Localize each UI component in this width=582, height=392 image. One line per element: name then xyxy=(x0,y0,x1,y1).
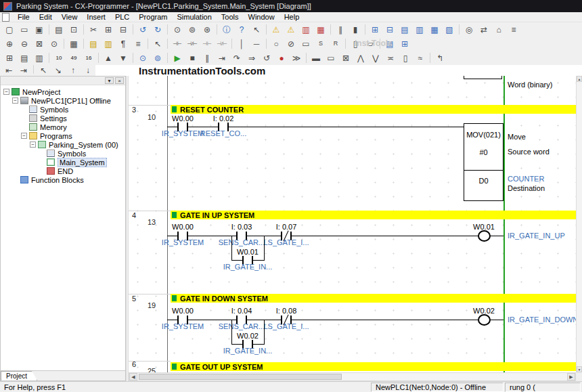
vertical-line-button[interactable]: │ xyxy=(234,37,249,51)
output-coil[interactable] xyxy=(478,314,491,326)
instruction-box-button[interactable]: ▭ xyxy=(298,37,313,51)
collapse-icon[interactable]: − xyxy=(3,89,9,95)
contact-or-nc-button[interactable]: ⊣/⊢ xyxy=(215,37,229,51)
force-cancel-button[interactable]: ⊠ xyxy=(338,51,353,65)
change-all-button[interactable]: ⊛ xyxy=(200,23,215,37)
menu-help[interactable]: Help xyxy=(279,13,305,21)
rung-comment-bar[interactable]: GATE IN UP SYSTEM xyxy=(171,211,576,219)
menu-file[interactable]: File xyxy=(13,13,35,21)
undo-button[interactable]: ↺ xyxy=(135,23,150,37)
contact-no-button[interactable]: ⊣⊢ xyxy=(170,37,185,51)
contact-nc-button[interactable]: ⊣/⊢ xyxy=(185,37,200,51)
scroll-down-icon[interactable]: ▼ xyxy=(577,366,582,372)
collapse-icon[interactable]: − xyxy=(12,97,18,104)
copy-button[interactable]: ⊞ xyxy=(101,23,116,37)
io-comment-view-button[interactable]: ▤ xyxy=(382,37,397,51)
force-set-button[interactable]: ▬ xyxy=(309,51,323,65)
dock-icon[interactable]: ▾ xyxy=(105,77,114,84)
new-file-button[interactable]: ▢ xyxy=(2,23,17,37)
tree-item-newplc1-cp1l-offline[interactable]: −NewPLC1[CP1L] Offline xyxy=(1,96,125,105)
menu-program[interactable]: Program xyxy=(134,13,172,21)
tree-item-newproject[interactable]: −NewProject xyxy=(1,87,125,96)
menu-view[interactable]: View xyxy=(57,13,83,21)
run-simulator-button[interactable]: ▶ xyxy=(170,51,185,65)
reset-instruction-button[interactable]: R xyxy=(328,37,343,51)
cross-reference-button[interactable]: ⇄ xyxy=(476,23,491,37)
function-block-button[interactable]: ▯ xyxy=(348,37,363,51)
clear-values-button[interactable]: ▯ xyxy=(398,51,413,65)
continue-run-button[interactable]: ≫ xyxy=(289,51,304,65)
prev-output-button[interactable]: ↑ xyxy=(66,65,81,76)
scroll-up-icon[interactable]: ▲ xyxy=(577,76,582,82)
tree-item-programs[interactable]: −Programs xyxy=(1,131,125,140)
find-button[interactable]: ⊙ xyxy=(170,23,185,37)
about-button[interactable]: ⓘ xyxy=(219,23,234,37)
contact-or-no-button[interactable]: ⊣⊢ xyxy=(200,37,215,51)
monitor-button[interactable]: ▮ xyxy=(348,23,363,37)
rung-comment-bar[interactable]: GATE IN DOWN SYSTEM xyxy=(171,294,576,303)
output-coil[interactable] xyxy=(478,230,491,242)
go-down-button[interactable]: ▼ xyxy=(116,51,131,65)
menu-window[interactable]: Window xyxy=(244,13,279,21)
next-reference-button[interactable]: ↘ xyxy=(51,65,66,76)
paste-button[interactable]: ⊟ xyxy=(116,23,131,37)
step-in-button[interactable]: ⇥ xyxy=(215,51,229,65)
context-help-button[interactable]: ↖ xyxy=(249,23,264,37)
menu-tools[interactable]: Tools xyxy=(217,13,244,21)
symbols-window-button[interactable]: ▤ xyxy=(397,23,412,37)
monitor-49-button[interactable]: 49 xyxy=(66,51,81,65)
tree-item-end[interactable]: END xyxy=(1,167,125,175)
close-icon[interactable]: × xyxy=(115,77,124,84)
jump-back-button[interactable]: ↰ xyxy=(432,51,447,65)
tree-item-function-blocks[interactable]: Function Blocks xyxy=(1,175,125,184)
scrollbar-thumb[interactable] xyxy=(139,374,342,380)
scroll-right-icon[interactable]: ▶ xyxy=(567,373,575,380)
coil-nc-button[interactable]: ⊘ xyxy=(284,37,298,51)
print-button[interactable]: ▤ xyxy=(51,23,66,37)
vertical-scrollbar[interactable]: ▲ ▼ xyxy=(576,76,582,372)
tab-project[interactable]: Project xyxy=(1,371,37,380)
online-mark-button[interactable]: ⊙ xyxy=(135,51,150,65)
local-symbols-button[interactable]: ▥ xyxy=(101,37,116,51)
diagram-window-button[interactable]: ▥ xyxy=(412,23,427,37)
new-window-button[interactable]: ⊞ xyxy=(2,51,17,65)
save-button[interactable]: ▣ xyxy=(32,23,47,37)
pause-simulator-button[interactable]: ∥ xyxy=(200,51,215,65)
collapse-icon[interactable]: − xyxy=(21,133,27,139)
fb-parameter-button[interactable]: ▱ xyxy=(363,37,378,51)
monitor-16-button[interactable]: 16 xyxy=(81,51,96,65)
tree-item-symbols[interactable]: Symbols xyxy=(1,105,125,114)
mnemonics-window-button[interactable]: ▦ xyxy=(427,23,442,37)
properties-button[interactable]: ≡ xyxy=(506,23,521,37)
rung-comment-bar[interactable]: RESET COUNTER xyxy=(171,105,576,114)
force-reset-button[interactable]: ▭ xyxy=(323,51,338,65)
offline-mark-button[interactable]: ⊚ xyxy=(150,51,165,65)
menu-simulation[interactable]: Simulation xyxy=(172,13,216,21)
title-bar[interactable]: Parking System - CX-Programmer - [NewPLC… xyxy=(0,0,582,12)
cascade-windows-button[interactable]: ⊞ xyxy=(367,23,382,37)
tile-view-button[interactable]: ▥ xyxy=(32,51,47,65)
trace-button[interactable]: ≈ xyxy=(413,51,428,65)
differential-down-button[interactable]: ⋁ xyxy=(368,51,383,65)
zoom-out-button[interactable]: ⊖ xyxy=(17,37,32,51)
mov-instruction-box[interactable]: MOV(021) #0 D0 xyxy=(464,123,503,201)
show-annotations-button[interactable]: ≡ xyxy=(131,37,146,51)
help-button[interactable]: ? xyxy=(234,23,249,37)
scroll-left-icon[interactable]: ◀ xyxy=(129,373,137,380)
set-instruction-button[interactable]: S xyxy=(313,37,328,51)
ladder-editor[interactable]: Word (binary) 3 10 RESET COUNTER W0.00 I… xyxy=(129,76,576,372)
redo-button[interactable]: ↻ xyxy=(150,23,165,37)
stop-simulator-button[interactable]: ■ xyxy=(185,51,200,65)
monitor-10-button[interactable]: 10 xyxy=(51,51,66,65)
outdent-rung-button[interactable]: ⇤ xyxy=(1,65,16,76)
indent-rung-button[interactable]: ⇥ xyxy=(16,65,31,76)
open-file-button[interactable]: ▭ xyxy=(17,23,32,37)
horizontal-line-button[interactable]: ─ xyxy=(249,37,264,51)
tree-item-settings[interactable]: Settings xyxy=(1,114,125,123)
horizontal-scrollbar[interactable]: ◀ ▶ xyxy=(129,372,576,381)
menu-plc[interactable]: PLC xyxy=(110,13,134,21)
tile-windows-button[interactable]: ⊟ xyxy=(382,23,397,37)
show-comments-button[interactable]: ¶ xyxy=(116,37,131,51)
prev-reference-button[interactable]: ↖ xyxy=(36,65,51,76)
find-replace-button[interactable]: ⊚ xyxy=(185,23,200,37)
